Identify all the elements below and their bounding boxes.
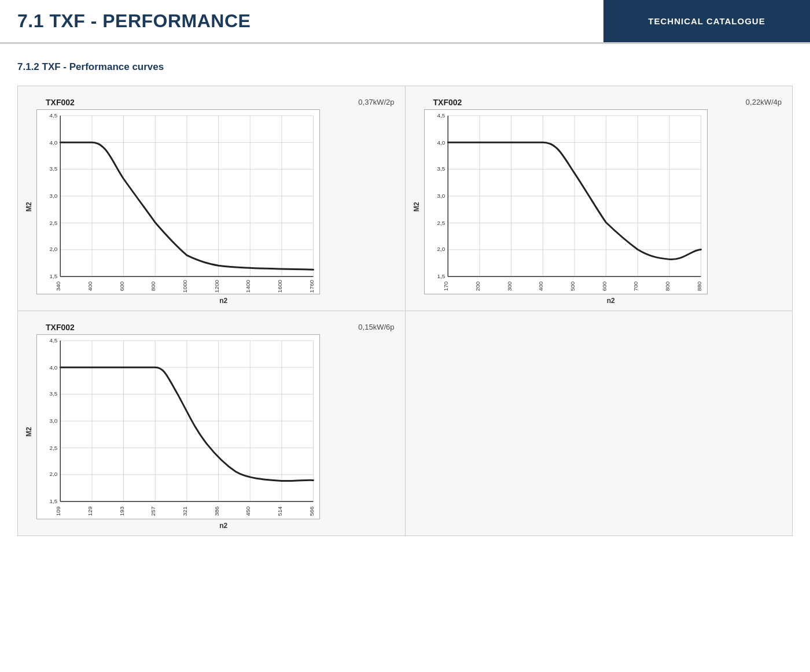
chart1-header: TXF002 0,37kW/2p <box>24 98 395 107</box>
svg-text:700: 700 <box>632 281 639 291</box>
chart2-inner: 1,5 2,0 2,5 3,0 3,5 4,0 4,5 170 200 300 … <box>424 109 782 305</box>
chart3-ylabel: M2 <box>24 334 34 530</box>
svg-text:170: 170 <box>443 281 449 291</box>
svg-text:4,0: 4,0 <box>437 139 445 146</box>
svg-text:321: 321 <box>182 506 188 516</box>
chart2-area: M2 <box>411 109 782 305</box>
chart1-ylabel: M2 <box>24 109 34 305</box>
svg-text:3,0: 3,0 <box>437 193 445 199</box>
chart1-svg: 1,5 2,0 2,5 3,0 3,5 4,0 4,5 340 400 600 <box>36 109 320 294</box>
svg-text:1,5: 1,5 <box>437 273 445 279</box>
chart3-xlabel: n2 <box>36 522 395 530</box>
svg-text:1,5: 1,5 <box>50 498 58 504</box>
chart3-inner: 1,5 2,0 2,5 3,0 3,5 4,0 4,5 109 129 193 … <box>36 334 395 530</box>
chart1-area: M2 <box>24 109 395 305</box>
svg-text:2,0: 2,0 <box>50 471 58 477</box>
catalogue-badge: TECHNICAL CATALOGUE <box>603 0 810 42</box>
svg-text:386: 386 <box>213 506 220 516</box>
svg-text:4,0: 4,0 <box>50 139 58 146</box>
chart2-ylabel: M2 <box>411 109 422 305</box>
chart3-area: M2 <box>24 334 395 530</box>
svg-text:2,0: 2,0 <box>50 246 58 252</box>
chart1-inner: 1,5 2,0 2,5 3,0 3,5 4,0 4,5 340 400 600 <box>36 109 395 305</box>
chart3-svg: 1,5 2,0 2,5 3,0 3,5 4,0 4,5 109 129 193 … <box>36 334 320 519</box>
svg-text:800: 800 <box>664 281 670 291</box>
svg-text:3,0: 3,0 <box>50 193 58 199</box>
svg-text:3,5: 3,5 <box>50 165 58 172</box>
svg-text:3,5: 3,5 <box>50 390 58 397</box>
charts-container: TXF002 0,37kW/2p M2 <box>17 86 793 536</box>
svg-text:500: 500 <box>569 281 575 291</box>
svg-text:109: 109 <box>55 506 61 516</box>
chart2-xlabel: n2 <box>424 297 782 305</box>
chart-cell-3: TXF002 0,15kW/6p M2 <box>18 311 406 536</box>
chart-cell-empty <box>406 311 793 536</box>
svg-text:450: 450 <box>245 506 251 516</box>
svg-text:129: 129 <box>87 506 93 516</box>
svg-text:300: 300 <box>506 281 512 291</box>
svg-text:400: 400 <box>537 281 544 291</box>
page-title: 7.1 TXF - PERFORMANCE <box>17 10 251 32</box>
svg-text:2,0: 2,0 <box>437 246 445 252</box>
chart-cell-1: TXF002 0,37kW/2p M2 <box>18 86 406 311</box>
svg-text:1200: 1200 <box>213 280 220 293</box>
svg-text:1400: 1400 <box>245 280 251 293</box>
svg-text:600: 600 <box>601 281 607 291</box>
svg-text:3,5: 3,5 <box>437 165 445 172</box>
page-title-area: 7.1 TXF - PERFORMANCE <box>0 0 603 42</box>
svg-text:566: 566 <box>308 506 315 516</box>
chart2-svg: 1,5 2,0 2,5 3,0 3,5 4,0 4,5 170 200 300 … <box>424 109 708 294</box>
svg-text:3,0: 3,0 <box>50 418 58 424</box>
svg-text:4,5: 4,5 <box>50 337 58 344</box>
chart2-model: TXF002 <box>433 98 462 107</box>
svg-text:200: 200 <box>474 281 480 291</box>
charts-row-2: TXF002 0,15kW/6p M2 <box>18 311 792 536</box>
svg-text:1000: 1000 <box>182 280 188 293</box>
svg-text:257: 257 <box>150 506 156 516</box>
chart3-spec: 0,15kW/6p <box>358 323 394 331</box>
chart3-model: TXF002 <box>46 323 75 332</box>
chart1-xlabel: n2 <box>36 297 395 305</box>
svg-text:1760: 1760 <box>308 280 315 293</box>
chart2-header: TXF002 0,22kW/4p <box>411 98 782 107</box>
main-content: 7.1.2 TXF - Performance curves TXF002 0,… <box>0 44 810 548</box>
svg-text:4,5: 4,5 <box>50 112 58 119</box>
svg-text:600: 600 <box>119 281 125 291</box>
chart1-spec: 0,37kW/2p <box>358 98 394 106</box>
svg-text:800: 800 <box>150 281 156 291</box>
svg-text:1600: 1600 <box>277 280 283 293</box>
svg-text:400: 400 <box>87 281 93 291</box>
page-header: 7.1 TXF - PERFORMANCE TECHNICAL CATALOGU… <box>0 0 810 44</box>
svg-text:2,5: 2,5 <box>50 220 58 226</box>
chart-cell-2: TXF002 0,22kW/4p M2 <box>406 86 793 311</box>
svg-text:514: 514 <box>277 506 283 516</box>
svg-text:2,5: 2,5 <box>437 220 445 226</box>
chart2-spec: 0,22kW/4p <box>746 98 782 106</box>
svg-text:4,5: 4,5 <box>437 112 445 119</box>
chart3-header: TXF002 0,15kW/6p <box>24 323 395 332</box>
section-title: 7.1.2 TXF - Performance curves <box>17 61 793 73</box>
charts-row-1: TXF002 0,37kW/2p M2 <box>18 86 792 311</box>
svg-text:4,0: 4,0 <box>50 364 58 371</box>
svg-text:1,5: 1,5 <box>50 273 58 279</box>
svg-text:2,5: 2,5 <box>50 445 58 451</box>
svg-text:193: 193 <box>119 506 125 516</box>
chart1-model: TXF002 <box>46 98 75 107</box>
svg-text:340: 340 <box>55 281 61 291</box>
svg-text:880: 880 <box>695 281 702 291</box>
